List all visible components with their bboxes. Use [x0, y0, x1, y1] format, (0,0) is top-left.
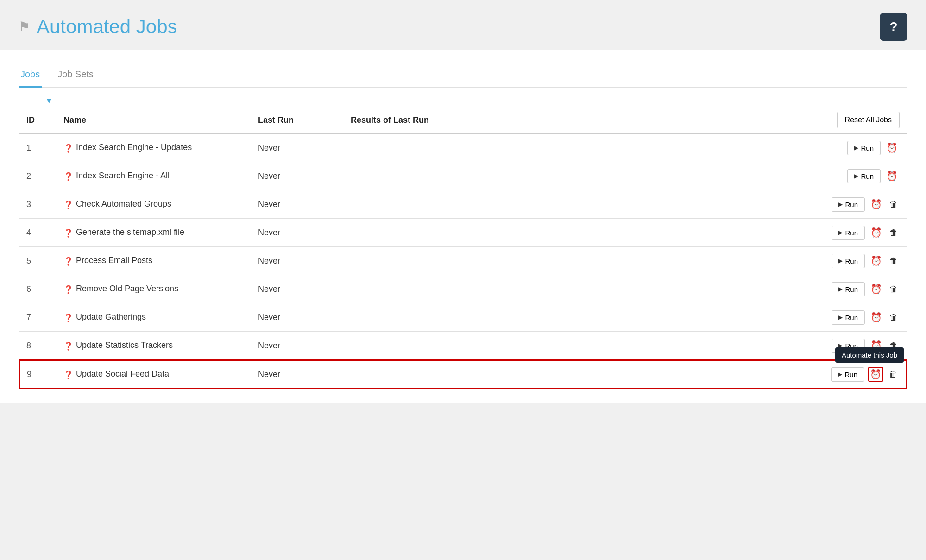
tab-job-sets[interactable]: Job Sets	[56, 64, 95, 88]
play-icon: ▶	[838, 258, 843, 264]
row-results	[343, 133, 787, 162]
row-actions: ▶ Run⏰🗑Automate this Job	[787, 360, 907, 389]
delete-icon[interactable]: 🗑	[888, 283, 900, 296]
info-icon[interactable]: ❓	[63, 285, 73, 295]
schedule-icon[interactable]: ⏰	[884, 169, 900, 183]
play-icon: ▶	[838, 286, 843, 292]
tabs: Jobs Job Sets	[19, 64, 907, 88]
col-header-results: Results of Last Run	[343, 107, 787, 133]
row-results	[343, 162, 787, 190]
row-actions: ▶ Run⏰	[787, 133, 907, 162]
row-name: ❓Index Search Engine - All	[56, 162, 251, 190]
row-id: 1	[19, 133, 56, 162]
row-last-run: Never	[251, 190, 343, 219]
info-icon[interactable]: ❓	[63, 200, 73, 210]
schedule-icon[interactable]: ⏰	[868, 367, 883, 382]
job-name-text: Update Gatherings	[76, 312, 146, 322]
delete-icon[interactable]: 🗑	[887, 368, 899, 381]
job-name-text: Index Search Engine - Updates	[76, 143, 192, 152]
run-button[interactable]: ▶ Run	[832, 339, 865, 353]
run-button[interactable]: ▶ Run	[847, 169, 881, 183]
header-left: ⚑ Automated Jobs	[19, 16, 177, 38]
job-name-text: Update Statistics Trackers	[76, 340, 173, 350]
table-row: 9❓Update Social Feed DataNever▶ Run⏰🗑Aut…	[19, 360, 907, 389]
schedule-icon[interactable]: ⏰	[869, 338, 884, 353]
row-id: 6	[19, 275, 56, 303]
row-results	[343, 303, 787, 332]
job-name-text: Remove Old Page Versions	[76, 284, 178, 294]
schedule-icon[interactable]: ⏰	[869, 225, 884, 240]
table-row: 5❓Process Email PostsNever▶ Run⏰🗑	[19, 247, 907, 275]
play-icon: ▶	[838, 342, 843, 349]
info-icon[interactable]: ❓	[63, 313, 73, 323]
sort-arrow: ▼	[19, 97, 907, 105]
info-icon[interactable]: ❓	[63, 370, 73, 380]
run-button[interactable]: ▶ Run	[832, 226, 865, 240]
play-icon: ▶	[838, 229, 843, 236]
page-header: ⚑ Automated Jobs ?	[0, 0, 926, 50]
bookmark-icon: ⚑	[19, 20, 30, 33]
row-name: ❓Process Email Posts	[56, 247, 251, 275]
reset-all-button[interactable]: Reset All Jobs	[837, 112, 900, 128]
job-name-text: Check Automated Groups	[76, 199, 171, 209]
row-last-run: Never	[251, 133, 343, 162]
row-id: 2	[19, 162, 56, 190]
table-row: 7❓Update GatheringsNever▶ Run⏰🗑	[19, 303, 907, 332]
info-icon[interactable]: ❓	[63, 257, 73, 266]
row-last-run: Never	[251, 247, 343, 275]
row-last-run: Never	[251, 303, 343, 332]
job-name-text: Process Email Posts	[76, 256, 152, 265]
row-results	[343, 332, 787, 360]
row-results	[343, 190, 787, 219]
row-results	[343, 275, 787, 303]
row-id: 8	[19, 332, 56, 360]
info-icon[interactable]: ❓	[63, 172, 73, 182]
delete-icon[interactable]: 🗑	[888, 311, 900, 324]
table-row: 4❓Generate the sitemap.xml fileNever▶ Ru…	[19, 219, 907, 247]
row-last-run: Never	[251, 360, 343, 389]
play-icon: ▶	[854, 173, 858, 179]
jobs-table: ID Name Last Run Results of Last Run Res…	[19, 107, 907, 389]
row-actions: ▶ Run⏰🗑	[787, 332, 907, 360]
play-icon: ▶	[838, 201, 843, 208]
info-icon[interactable]: ❓	[63, 341, 73, 351]
row-id: 5	[19, 247, 56, 275]
schedule-icon[interactable]: ⏰	[884, 140, 900, 155]
play-icon: ▶	[854, 145, 858, 151]
row-id: 3	[19, 190, 56, 219]
table-row: 1❓Index Search Engine - UpdatesNever▶ Ru…	[19, 133, 907, 162]
run-button[interactable]: ▶ Run	[832, 310, 865, 325]
row-name: ❓Update Gatherings	[56, 303, 251, 332]
run-button[interactable]: ▶ Run	[832, 254, 865, 268]
col-header-actions: Reset All Jobs	[787, 107, 907, 133]
job-name-text: Index Search Engine - All	[76, 171, 170, 181]
schedule-icon[interactable]: ⏰	[869, 282, 884, 296]
run-button[interactable]: ▶ Run	[847, 141, 881, 155]
row-actions: ▶ Run⏰🗑	[787, 190, 907, 219]
schedule-icon[interactable]: ⏰	[869, 310, 884, 325]
info-icon[interactable]: ❓	[63, 228, 73, 238]
delete-icon[interactable]: 🗑	[888, 198, 900, 211]
run-button[interactable]: ▶ Run	[831, 367, 864, 382]
row-actions: ▶ Run⏰🗑	[787, 247, 907, 275]
row-name: ❓Check Automated Groups	[56, 190, 251, 219]
row-name: ❓Update Statistics Trackers	[56, 332, 251, 360]
tab-jobs[interactable]: Jobs	[19, 64, 42, 88]
run-button[interactable]: ▶ Run	[832, 197, 865, 212]
delete-icon[interactable]: 🗑	[888, 254, 900, 268]
info-icon[interactable]: ❓	[63, 144, 73, 153]
row-last-run: Never	[251, 219, 343, 247]
row-name: ❓Generate the sitemap.xml file	[56, 219, 251, 247]
schedule-icon[interactable]: ⏰	[869, 197, 884, 212]
table-row: 3❓Check Automated GroupsNever▶ Run⏰🗑	[19, 190, 907, 219]
schedule-icon[interactable]: ⏰	[869, 253, 884, 268]
row-actions: ▶ Run⏰🗑	[787, 275, 907, 303]
run-button[interactable]: ▶ Run	[832, 282, 865, 296]
row-name: ❓Index Search Engine - Updates	[56, 133, 251, 162]
row-id: 9	[19, 360, 56, 389]
help-button[interactable]: ?	[880, 13, 907, 41]
delete-icon[interactable]: 🗑	[888, 226, 900, 239]
row-last-run: Never	[251, 332, 343, 360]
row-last-run: Never	[251, 162, 343, 190]
delete-icon[interactable]: 🗑	[888, 339, 900, 352]
